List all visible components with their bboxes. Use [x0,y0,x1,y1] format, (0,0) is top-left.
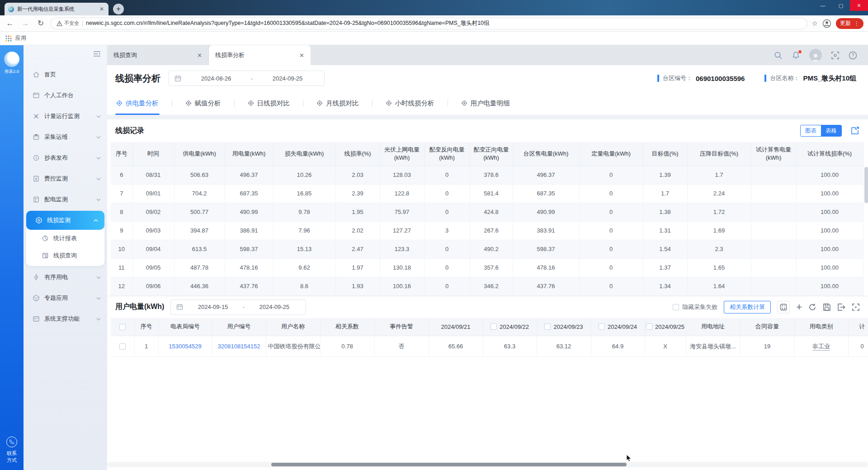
browser-menu-icon[interactable]: ⋮ [854,20,859,27]
subtab-4[interactable]: 月线损对比 [316,91,360,115]
user-link-cell[interactable]: 1530054529 [158,336,212,357]
profile-icon[interactable] [822,19,831,28]
loss-cell: 100.00 [796,221,863,240]
table-vertical-scrollbar[interactable] [864,167,868,294]
user-date-start-value[interactable]: 2024-09-15 [187,304,239,310]
station-name-label: 台区名称： [770,74,799,82]
sidebar-item-orderly-power[interactable]: 有序用电 [24,267,107,288]
hide-failed-checkbox-group[interactable]: 隐藏采集失败 [673,303,717,311]
user-date-end-value[interactable]: 2024-09-25 [248,304,300,310]
subtab-1[interactable]: 供电量分析 [115,91,160,115]
main-date-range-picker[interactable]: 2024-08-26 - 2024-09-25 [169,71,325,86]
loss-cell: 704.2 [174,184,225,203]
sidebar-item-report[interactable]: 统计报表 [26,230,104,247]
workspace-tab-2[interactable]: 线损率分析 ✕ [209,45,311,65]
sidebar-collapse-icon[interactable] [93,51,101,58]
date-end-value[interactable]: 2024-09-25 [256,75,319,82]
loss-cell: 9.62 [273,258,335,277]
line-loss-icon [35,217,42,224]
apps-grid-icon[interactable] [5,35,12,42]
row-checkbox[interactable] [119,343,126,350]
new-tab-button[interactable]: + [113,4,124,14]
horizontal-scrollbar-thumb[interactable] [271,463,627,466]
reload-button[interactable]: ↻ [35,19,46,28]
user-col-header: 2024/09/22 [483,318,537,336]
notification-bell-icon[interactable] [792,51,800,60]
sidebar-item-workbench[interactable]: 个人工作台 [24,85,107,106]
bookmark-star-icon[interactable]: ☆ [812,19,818,28]
subtab-5[interactable]: 小时线损分析 [385,91,435,115]
loss-col-header: 目标值(%) [643,142,687,166]
tab-close-icon[interactable]: ✕ [299,52,304,59]
contact-widget[interactable]: 联系 方式 [0,437,24,464]
table-row: 608/31506.63496.3710.262.03128.030378.64… [111,166,863,184]
chevron-down-icon [96,136,101,139]
window-maximize-button[interactable]: ▢ [832,0,850,11]
export-data-icon[interactable] [837,303,845,311]
browser-tab-close-icon[interactable]: ✕ [99,6,105,12]
url-text[interactable]: neweic.js.sgcc.com.cn/#/llm/line/LineRat… [86,19,490,27]
loss-cell: 500.77 [174,203,225,221]
loss-cell: 10.26 [273,166,335,184]
calculator-icon[interactable] [777,301,790,313]
loss-cell: 1.39 [643,166,687,184]
date-col-checkbox[interactable] [491,323,497,330]
loss-cell: 7.96 [273,221,335,240]
subtab-6[interactable]: 用户电量明细 [460,91,511,115]
sidebar-item-meter-reading[interactable]: 抄表发布 [24,147,107,168]
address-bar[interactable]: 不安全 neweic.js.sgcc.com.cn/#/llm/line/Lin… [51,18,807,29]
fullscreen-icon[interactable] [852,303,860,311]
sidebar-item-query[interactable]: 线损查询 [26,247,104,264]
loss-col-header: 台区售电量(kWh) [513,142,579,166]
date-col-checkbox[interactable] [646,323,652,330]
help-icon[interactable]: ? [849,51,857,60]
back-button[interactable]: ← [5,19,15,28]
forward-button[interactable]: → [20,19,31,28]
date-start-value[interactable]: 2024-08-26 [185,75,247,82]
loss-cell: 0 [424,258,470,277]
loss-cell: 1.65 [687,258,751,277]
sidebar-item-metering-monitor[interactable]: 计量运行监测 [24,106,107,127]
table-view-button[interactable]: 表格 [821,125,841,136]
sidebar-item-fee-control[interactable]: 费控监测 [24,168,107,189]
sidebar-item-system-support[interactable]: 系统支撑功能 [24,309,107,329]
user-energy-section: 用户电量(kWh) 2024-09-15 - 2024-09-25 隐藏采集失败… [107,296,868,470]
loss-cell: 0 [424,166,470,184]
app-logo[interactable] [4,52,19,67]
sidebar-item-home[interactable]: 首页 [24,64,107,85]
subtab-3[interactable]: 日线损对比 [247,91,291,115]
sidebar-item-collection-ops[interactable]: 采集运维 [24,127,107,147]
add-icon[interactable]: + [796,301,802,313]
refresh-icon[interactable] [808,303,816,311]
user-link-cell[interactable]: 3208108154152 [212,336,266,357]
window-close-button[interactable]: ✕ [850,0,868,11]
sidebar-item-line-loss[interactable]: 线损监测 [26,211,104,230]
apps-bookmark-label[interactable]: 应用 [15,34,26,42]
window-minimize-button[interactable]: — [814,0,832,11]
fullscreen-capture-icon[interactable] [831,51,840,60]
loss-cell [751,258,796,277]
hide-failed-checkbox[interactable] [673,304,679,310]
correlation-calc-button[interactable]: 相关系数计算 [724,301,771,313]
export-icon[interactable] [850,126,860,136]
select-all-checkbox[interactable] [119,324,126,330]
user-col-header: 用电地址 [686,318,740,336]
date-col-checkbox[interactable] [544,323,551,330]
workspace-tab-1[interactable]: 线损查询 ✕ [107,45,209,65]
user-avatar[interactable] [809,49,822,62]
subtab-2[interactable]: 赋值分析 [184,91,222,115]
sidebar-item-special-app[interactable]: 专题应用 [24,288,107,309]
date-col-checkbox[interactable] [599,323,605,330]
user-date-range-picker[interactable]: 2024-09-15 - 2024-09-25 [170,299,306,315]
loss-cell: 0 [424,240,470,258]
search-icon[interactable] [774,51,783,60]
not-secure-badge[interactable]: 不安全 [57,20,79,27]
chart-view-button[interactable]: 图表 [801,125,821,136]
save-icon[interactable] [823,303,831,311]
tab-close-icon[interactable]: ✕ [197,52,202,59]
horizontal-scrollbar[interactable] [107,462,868,467]
subtab-divider [172,100,172,107]
chrome-update-button[interactable]: 更新 ⋮ [836,18,863,29]
sidebar-item-distribution-monitor[interactable]: 配电监测 [24,189,107,210]
browser-tab[interactable]: 新一代用电信息采集系统 ✕ [5,3,108,15]
